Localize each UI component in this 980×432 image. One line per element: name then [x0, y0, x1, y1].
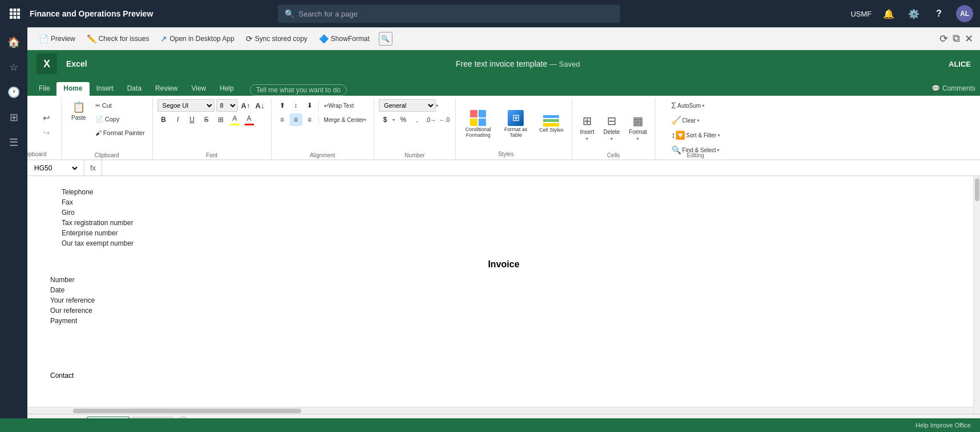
waffle-menu-icon[interactable] — [7, 6, 23, 22]
search-button[interactable]: 🔍 — [379, 32, 392, 46]
sidebar-grid-icon[interactable]: ⊞ — [3, 107, 24, 128]
increase-font-button[interactable]: A↑ — [240, 99, 252, 112]
formula-input[interactable] — [102, 164, 980, 172]
formula-bar: HG50 fx — [27, 160, 980, 176]
excel-header: X Excel Free text invoice template — Sav… — [27, 50, 980, 78]
restore-window-icon[interactable]: ⧉ — [953, 32, 960, 44]
settings-gear-icon[interactable]: ⚙️ — [906, 6, 922, 22]
spreadsheet-content: Telephone Fax Giro Tax registration numb… — [27, 176, 980, 414]
decrease-font-button[interactable]: A↓ — [254, 99, 266, 112]
check-issues-button[interactable]: ✏️ Check for issues — [82, 32, 154, 46]
sync-button[interactable]: ⟳ Sync stored copy — [241, 32, 312, 46]
close-icon[interactable]: ✕ — [965, 32, 973, 45]
field-your-ref: Your reference — [50, 296, 957, 305]
strikethrough-button[interactable]: S — [200, 113, 213, 126]
format-as-table-button[interactable]: ⊞ Format as Table — [498, 108, 533, 140]
field-number: Number — [50, 275, 957, 284]
field-telephone: Telephone — [62, 188, 957, 197]
font-color-button[interactable]: A — [243, 113, 256, 126]
tab-home[interactable]: Home — [56, 82, 89, 96]
help-question-icon[interactable]: ? — [931, 6, 947, 22]
tab-file[interactable]: File — [32, 82, 56, 96]
currency-button[interactable]: $ — [379, 113, 391, 126]
invoice-title: Invoice — [50, 259, 957, 270]
format-button[interactable]: ▦ Format ▾ — [626, 112, 651, 143]
horizontal-scrollbar[interactable] — [27, 407, 980, 414]
top-nav-right: USMF 🔔 ⚙️ ? AL — [851, 5, 973, 22]
excel-file-title: Free text invoice template — Saved — [87, 59, 949, 68]
wrap-text-icon: ↵ — [324, 103, 329, 109]
font-name-dropdown[interactable]: Segoe UI — [157, 99, 214, 112]
decrease-decimal-button[interactable]: ←.0 — [438, 113, 451, 126]
undo-button[interactable]: ↩ — [39, 111, 53, 125]
show-format-button[interactable]: 🔷 ShowFormat — [314, 32, 374, 46]
tab-view[interactable]: View — [184, 82, 213, 96]
comma-button[interactable]: , — [411, 113, 423, 126]
align-middle-button[interactable]: ↕ — [290, 99, 302, 112]
open-desktop-button[interactable]: ↗ Open in Desktop App — [156, 32, 238, 46]
fill-color-button[interactable]: A — [229, 113, 241, 126]
search-bar[interactable]: 🔍 Search for a page — [278, 5, 620, 23]
wrap-text-button[interactable]: ↵ Wrap Text — [321, 99, 357, 112]
redo-button[interactable]: ↪ — [39, 126, 53, 140]
svg-rect-2 — [17, 9, 20, 11]
underline-button[interactable]: U — [186, 113, 199, 126]
increase-decimal-button[interactable]: .0→ — [424, 113, 437, 126]
number-group-label: Number — [404, 152, 425, 158]
sidebar-star-icon[interactable]: ☆ — [3, 57, 24, 78]
align-center-button[interactable]: ≡ — [290, 113, 302, 126]
copy-button[interactable]: 📄 Copy — [92, 113, 148, 125]
sidebar-home-icon[interactable]: 🏠 — [3, 32, 24, 52]
tab-insert[interactable]: Insert — [90, 82, 120, 96]
tab-help[interactable]: Help — [213, 82, 241, 96]
comments-button[interactable]: 💬 Comments — [932, 84, 975, 96]
preview-button[interactable]: 📄 Preview — [34, 32, 80, 46]
percent-button[interactable]: % — [397, 113, 410, 126]
invoice-fields-top: Telephone Fax Giro Tax registration numb… — [50, 188, 957, 248]
excel-logo: X — [37, 54, 57, 74]
secondary-toolbar: 📄 Preview ✏️ Check for issues ↗ Open in … — [27, 27, 980, 50]
app-title: Finance and Operations Preview — [30, 9, 153, 18]
font-size-dropdown[interactable]: 8 — [216, 99, 238, 112]
cells-group-label: Cells — [607, 152, 619, 158]
align-top-button[interactable]: ⬆ — [276, 99, 289, 112]
insert-button[interactable]: ⊞ Insert ▾ — [577, 112, 598, 143]
align-left-button[interactable]: ≡ — [276, 113, 289, 126]
bold-button[interactable]: B — [157, 113, 170, 126]
italic-button[interactable]: I — [172, 113, 184, 126]
format-painter-button[interactable]: 🖌 Format Painter — [92, 127, 148, 139]
conditional-formatting-button[interactable]: Conditional Formatting — [460, 108, 496, 140]
name-box-select[interactable]: HG50 — [32, 164, 79, 173]
v-scrollbar-thumb[interactable] — [975, 178, 979, 201]
notification-bell-icon[interactable]: 🔔 — [881, 6, 897, 22]
tab-data[interactable]: Data — [120, 82, 148, 96]
sort-filter-button[interactable]: ↕🔽 Sort & Filter ▾ — [668, 129, 723, 141]
merge-center-button[interactable]: Merge & Center ▾ — [321, 113, 370, 126]
delete-button[interactable]: ⊟ Delete ▾ — [600, 112, 623, 143]
tab-review[interactable]: Review — [148, 82, 184, 96]
editing-group-label: Editing — [687, 152, 704, 158]
align-right-button[interactable]: ≡ — [303, 113, 316, 126]
tell-me-input[interactable]: Tell me what you want to do — [250, 84, 347, 96]
autosum-button[interactable]: Σ AutoSum ▾ — [668, 99, 708, 112]
cells-group: ⊞ Insert ▾ ⊟ Delete ▾ ▦ Format ▾ Cells — [572, 98, 656, 160]
search-icon: 🔍 — [285, 9, 294, 18]
align-bottom-button[interactable]: ⬇ — [303, 99, 316, 112]
sidebar-clock-icon[interactable]: 🕐 — [3, 82, 24, 103]
clear-button[interactable]: 🧹 Clear ▾ — [668, 114, 703, 127]
spreadsheet-area: Telephone Fax Giro Tax registration numb… — [27, 176, 980, 432]
number-format-dropdown[interactable]: General — [379, 99, 436, 112]
cell-styles-button[interactable]: Cell Styles — [536, 113, 567, 135]
borders-button[interactable]: ⊞ — [214, 113, 227, 126]
invoice-detail-fields: Number Date Your reference Our reference… — [50, 275, 957, 325]
user-avatar[interactable]: AL — [956, 5, 973, 22]
field-giro: Giro — [62, 208, 957, 217]
refresh-icon[interactable]: ⟳ — [939, 32, 948, 45]
vertical-scrollbar[interactable] — [973, 176, 980, 432]
h-scrollbar-thumb[interactable] — [73, 409, 301, 413]
sidebar-list-icon[interactable]: ☰ — [3, 132, 24, 153]
name-box[interactable]: HG50 — [27, 160, 84, 176]
paste-button[interactable]: 📋 Paste — [66, 99, 91, 123]
svg-rect-0 — [10, 9, 13, 11]
cut-button[interactable]: ✂ Cut — [92, 99, 148, 112]
